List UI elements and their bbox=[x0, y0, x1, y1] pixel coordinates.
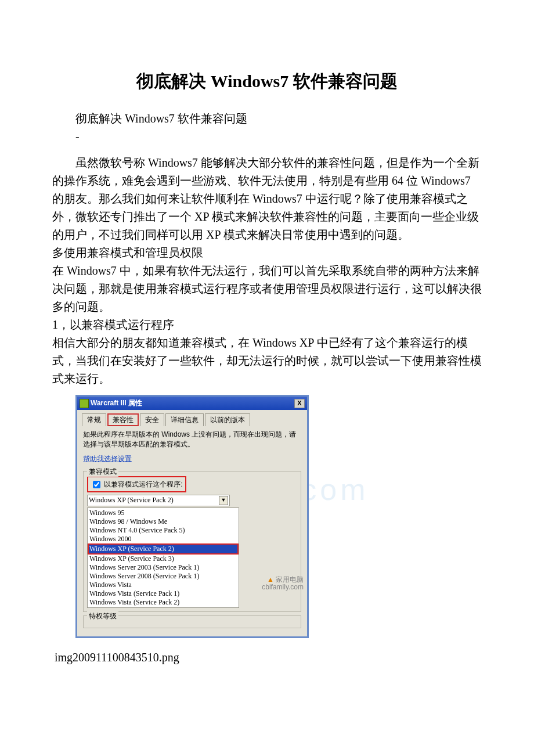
group-label-compat: 兼容模式 bbox=[87, 467, 118, 477]
list-item[interactable]: Windows Server 2003 (Service Pack 1) bbox=[88, 563, 239, 572]
list-item[interactable]: Windows Vista (Service Pack 2) bbox=[88, 598, 239, 607]
help-link[interactable]: 帮助我选择设置 bbox=[83, 454, 132, 464]
close-icon[interactable]: X bbox=[294, 399, 305, 408]
numbered-heading-1: 1，以兼容模式运行程序 bbox=[52, 316, 482, 334]
compat-checkbox-input[interactable] bbox=[93, 481, 100, 488]
list-item[interactable]: Windows Server 2008 (Service Pack 1) bbox=[88, 572, 239, 581]
group-label-privilege: 特权等级 bbox=[87, 611, 118, 621]
list-item[interactable]: Windows Vista (Service Pack 1) bbox=[88, 589, 239, 598]
logo-text-cn: 家用电脑 bbox=[276, 575, 304, 584]
section-heading-multi: 多使用兼容模式和管理员权限 bbox=[52, 244, 482, 262]
dialog-title-text: Warcraft III 属性 bbox=[91, 398, 142, 408]
image-caption: img200911100843510.png bbox=[55, 651, 482, 664]
app-icon bbox=[80, 399, 89, 408]
combo-selected-text: Windows XP (Service Pack 2) bbox=[89, 496, 174, 505]
compat-checkbox-label: 以兼容模式运行这个程序: bbox=[104, 480, 182, 488]
list-item[interactable]: Windows NT 4.0 (Service Pack 5) bbox=[88, 526, 239, 535]
tab-bar: 常规 兼容性 安全 详细信息 以前的版本 bbox=[82, 413, 302, 426]
highlight-box-checkbox: 以兼容模式运行这个程序: bbox=[87, 476, 186, 492]
page-title: 彻底解决 Windows7 软件兼容问题 bbox=[52, 70, 482, 93]
list-item[interactable]: Windows 95 bbox=[88, 509, 239, 517]
dialog-description: 如果此程序在早期版本的 Windows 上没有问题，而现在出现问题，请选择与该早… bbox=[83, 430, 301, 449]
dialog-titlebar: Warcraft III 属性 X bbox=[77, 397, 307, 410]
privilege-group: 特权等级 bbox=[83, 615, 301, 628]
list-item[interactable]: Windows 98 / Windows Me bbox=[88, 517, 239, 526]
tab-previous[interactable]: 以前的版本 bbox=[205, 413, 250, 426]
win7-paragraph: 在 Windows7 中，如果有软件无法运行，我们可以首先采取系统自带的两种方法… bbox=[52, 262, 482, 316]
list-item-selected[interactable]: Windows XP (Service Pack 2) bbox=[88, 543, 239, 555]
list-item[interactable]: Windows Vista bbox=[88, 581, 239, 589]
watermark-logo: ▲ 家用电脑 cbifamily.com bbox=[262, 576, 304, 591]
properties-dialog: Warcraft III 属性 X 常规 兼容性 安全 详细信息 以前的版本 如… bbox=[75, 395, 309, 638]
chevron-down-icon[interactable]: ▼ bbox=[219, 496, 228, 505]
compat-dropdown-list[interactable]: Windows 95 Windows 98 / Windows Me Windo… bbox=[87, 507, 239, 608]
subtitle-line: 彻底解决 Windows7 软件兼容问题 bbox=[52, 110, 482, 128]
logo-text-en: cbifamily.com bbox=[262, 583, 304, 591]
compat-combobox[interactable]: Windows XP (Service Pack 2) ▼ bbox=[87, 495, 230, 506]
list-item[interactable]: Windows 2000 bbox=[88, 535, 239, 543]
intro-paragraph: 虽然微软号称 Windows7 能够解决大部分软件的兼容性问题，但是作为一个全新… bbox=[52, 154, 482, 244]
dash-line: - bbox=[52, 128, 482, 146]
tab-compatibility[interactable]: 兼容性 bbox=[107, 413, 139, 426]
heading-1-body: 相信大部分的朋友都知道兼容模式，在 Windows XP 中已经有了这个兼容运行… bbox=[52, 334, 482, 388]
list-item[interactable]: Windows XP (Service Pack 3) bbox=[88, 555, 239, 563]
tab-details[interactable]: 详细信息 bbox=[165, 413, 204, 426]
tab-security[interactable]: 安全 bbox=[140, 413, 164, 426]
tab-general[interactable]: 常规 bbox=[82, 413, 106, 426]
compat-checkbox[interactable]: 以兼容模式运行这个程序: bbox=[91, 480, 183, 488]
